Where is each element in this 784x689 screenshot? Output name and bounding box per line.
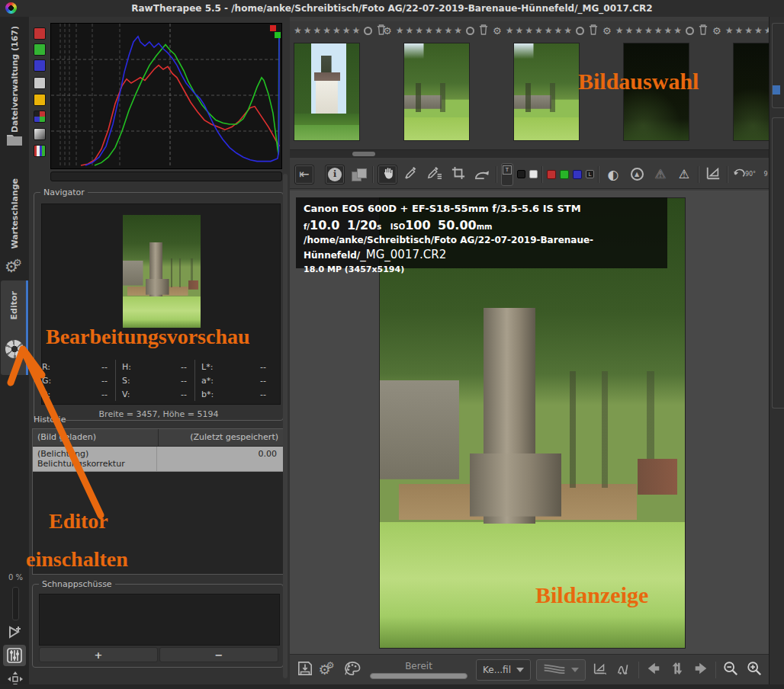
queue-gears-icon[interactable]: ⚙⚙ xyxy=(5,259,27,274)
left-panel-scrollbar[interactable] xyxy=(283,174,288,678)
histogram-green-toggle[interactable] xyxy=(34,43,46,56)
rating-star-icon[interactable]: ★ xyxy=(734,26,743,35)
trash-icon[interactable] xyxy=(699,24,708,37)
hide-left-panel-button[interactable]: ⇤ xyxy=(294,165,314,184)
unrate-circle-icon[interactable] xyxy=(686,27,694,35)
rating-star-icon[interactable]: ★ xyxy=(515,26,523,35)
histogram-blue-toggle[interactable] xyxy=(34,59,46,72)
profile-dropdown[interactable]: Ke...fil xyxy=(476,659,531,681)
paste-profile-button[interactable] xyxy=(615,660,633,680)
snapshot-add-button[interactable]: + xyxy=(39,647,158,662)
rating-star-icon[interactable]: ★ xyxy=(405,26,413,35)
processing-profile-button[interactable]: ⚙⚙ xyxy=(320,660,338,680)
rating-star-icon[interactable]: ★ xyxy=(564,26,572,35)
color-picker-button[interactable] xyxy=(425,165,445,184)
shadow-clipping-button[interactable]: ⚠ xyxy=(651,165,670,184)
snapshot-remove-button[interactable]: − xyxy=(159,647,278,662)
histogram-bar-toggle[interactable] xyxy=(34,145,46,157)
sharpening-contrast-mask-button[interactable]: ▲ xyxy=(627,165,647,184)
rating-star-icon[interactable]: ★ xyxy=(352,26,361,35)
rating-star-icon[interactable]: ★ xyxy=(554,26,562,35)
folder-icon[interactable] xyxy=(6,133,23,146)
rating-star-icon[interactable]: ★ xyxy=(415,26,423,35)
rating-star-icon[interactable]: ★ xyxy=(304,26,312,35)
rating-star-icon[interactable]: ★ xyxy=(506,26,514,35)
snapshots-list[interactable] xyxy=(39,594,280,646)
rating-star-icon[interactable]: ★ xyxy=(535,26,543,35)
channel-red-button[interactable] xyxy=(547,170,556,179)
crop-tool-button[interactable] xyxy=(448,165,468,184)
channel-green-button[interactable] xyxy=(560,170,569,179)
curve-dropdown[interactable] xyxy=(536,659,586,681)
next-image-button[interactable] xyxy=(692,660,710,680)
filmstrip-scrollbar-thumb[interactable] xyxy=(352,152,375,156)
white-balance-picker-button[interactable] xyxy=(401,165,421,184)
add-editor-tab-button[interactable] xyxy=(5,622,25,642)
rating-star-icon[interactable]: ★ xyxy=(444,26,452,35)
tab-queue[interactable]: Warteschlange xyxy=(10,178,20,252)
rating-star-icon[interactable]: ★ xyxy=(744,26,753,35)
histogram-luminosity-toggle[interactable] xyxy=(34,77,46,89)
rating-star-icon[interactable]: ★ xyxy=(454,26,462,35)
rating-star-icon[interactable]: ★ xyxy=(435,26,443,35)
rating-star-icon[interactable]: ★ xyxy=(673,26,682,35)
trash-icon[interactable] xyxy=(589,24,598,37)
rating-star-icon[interactable]: ★ xyxy=(664,26,672,35)
filmstrip-thumbnail[interactable] xyxy=(294,43,360,141)
rating-star-icon[interactable]: ★ xyxy=(342,26,351,35)
histogram-raw-toggle[interactable] xyxy=(34,111,46,123)
rating-star-icon[interactable]: ★ xyxy=(425,26,433,35)
before-after-compare-button[interactable] xyxy=(703,165,723,184)
rating-star-icon[interactable]: ★ xyxy=(333,26,341,35)
hand-tool-button[interactable] xyxy=(378,165,397,184)
rating-star-icon[interactable]: ★ xyxy=(525,26,533,35)
history-row[interactable]: (Belichtung)Belichtungskorrektur0.00 xyxy=(33,447,283,472)
tab-file-browser[interactable]: Dateiverwaltung (167) xyxy=(10,26,20,135)
rating-star-icon[interactable]: ★ xyxy=(323,26,331,35)
tab-editor[interactable]: Editor xyxy=(9,291,19,322)
image-preview-area[interactable]: Canon EOS 600D + EF-S18-55mm f/3.5-5.6 I… xyxy=(290,191,784,654)
sort-direction-button[interactable] xyxy=(668,660,686,680)
channel-luminosity-button[interactable]: L xyxy=(586,170,594,178)
channel-blue-button[interactable] xyxy=(573,170,582,179)
unrate-circle-icon[interactable] xyxy=(364,27,372,35)
color-management-button[interactable] xyxy=(343,660,361,680)
rating-star-icon[interactable]: ★ xyxy=(635,26,643,35)
zoom-in-button[interactable] xyxy=(745,660,763,680)
filter-panel-toggle-button[interactable] xyxy=(3,645,26,666)
rating-star-icon[interactable]: ★ xyxy=(545,26,553,35)
background-black-button[interactable] xyxy=(517,170,525,178)
rating-star-icon[interactable]: ★ xyxy=(754,26,763,35)
filmstrip-scrollbar[interactable] xyxy=(290,149,769,158)
rating-star-icon[interactable]: ★ xyxy=(725,26,734,35)
filmstrip-thumbnail[interactable] xyxy=(623,43,689,141)
zoom-out-button[interactable] xyxy=(721,660,740,680)
previous-image-button[interactable] xyxy=(644,660,663,680)
unrate-circle-icon[interactable] xyxy=(466,27,474,35)
background-white-button[interactable] xyxy=(529,170,538,178)
copy-profile-button[interactable] xyxy=(591,660,609,680)
histogram-mode-toggle[interactable] xyxy=(34,128,46,140)
straighten-tool-button[interactable] xyxy=(472,165,492,184)
rating-star-icon[interactable]: ★ xyxy=(644,26,653,35)
histogram-chromaticity-toggle[interactable] xyxy=(34,94,46,106)
trash-icon[interactable] xyxy=(479,24,488,37)
unrate-circle-icon[interactable] xyxy=(576,27,584,35)
navigator-thumbnail[interactable] xyxy=(123,215,201,328)
rating-star-icon[interactable]: ★ xyxy=(294,26,302,35)
before-after-view-button[interactable] xyxy=(349,165,368,184)
rating-star-icon[interactable]: ★ xyxy=(654,26,663,35)
image-info-button[interactable]: i xyxy=(325,165,345,184)
rotate-left-button[interactable]: 90° xyxy=(732,165,757,184)
rating-star-icon[interactable]: ★ xyxy=(313,26,322,35)
editor-aperture-icon[interactable] xyxy=(5,340,24,358)
filmstrip-thumbnail[interactable] xyxy=(513,43,580,141)
background-theme-button[interactable]: T xyxy=(501,163,513,186)
filmstrip-thumbnail[interactable] xyxy=(403,43,470,141)
rating-star-icon[interactable]: ★ xyxy=(615,26,624,35)
rating-star-icon[interactable]: ★ xyxy=(396,26,404,35)
save-image-button[interactable] xyxy=(296,660,314,680)
focus-mask-button[interactable]: ◐ xyxy=(603,165,623,184)
rating-star-icon[interactable]: ★ xyxy=(625,26,633,35)
histogram-red-toggle[interactable] xyxy=(34,27,46,40)
